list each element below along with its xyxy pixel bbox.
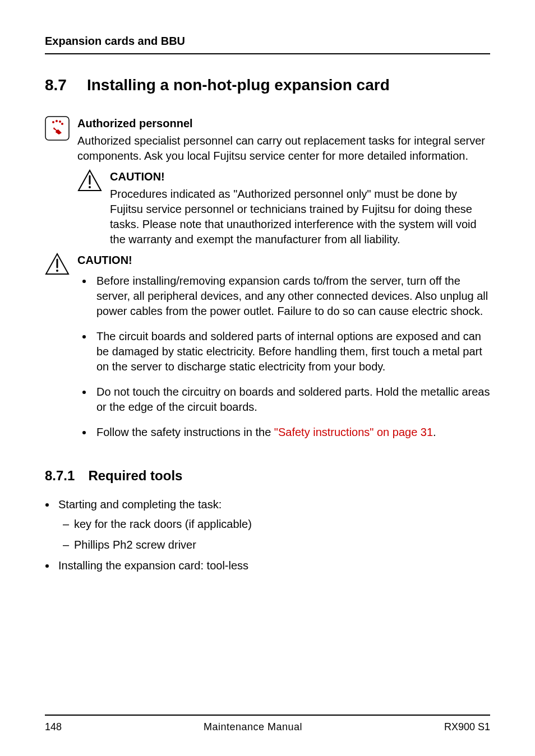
authorized-label: Authorized personnel	[77, 116, 490, 131]
list-item: Follow the safety instructions in the "S…	[93, 425, 490, 440]
list-item: Before installing/removing expansion car…	[93, 273, 490, 319]
footer: 148 Maintenance Manual RX900 S1	[45, 715, 490, 734]
section-number: 8.7	[45, 75, 67, 96]
list-item-suffix: .	[433, 426, 436, 438]
safety-link[interactable]: "Safety instructions" on page 31	[274, 426, 433, 438]
list-item: The circuit boards and soldered parts of…	[93, 329, 490, 374]
subsection-heading: 8.7.1 Required tools	[45, 467, 490, 485]
authorized-note: Authorized personnel Authorized speciali…	[45, 116, 490, 164]
svg-point-2	[56, 120, 58, 122]
tools-sublist: key for the rack doors (if applicable) P…	[58, 517, 490, 553]
authorized-body: Authorized specialist personnel can carr…	[77, 133, 490, 164]
svg-point-7	[89, 186, 91, 188]
svg-point-3	[59, 120, 61, 123]
caution-outer: CAUTION! Before installing/removing expa…	[45, 253, 490, 450]
list-item-prefix: Follow the safety instructions in the	[96, 426, 274, 438]
footer-center: Maintenance Manual	[204, 720, 302, 734]
caution-list: Before installing/removing expansion car…	[77, 273, 490, 440]
svg-point-10	[56, 270, 58, 272]
page-number: 148	[45, 720, 62, 734]
footer-right: RX900 S1	[444, 720, 490, 734]
list-item: Installing the expansion card: tool-less	[56, 558, 490, 573]
caution-icon	[45, 253, 70, 450]
list-item: Do not touch the circuitry on boards and…	[93, 384, 490, 415]
hand-icon	[45, 116, 70, 164]
caution-outer-label: CAUTION!	[77, 253, 490, 268]
running-head: Expansion cards and BBU	[45, 34, 490, 54]
tools-list: Starting and completing the task: key fo…	[45, 497, 490, 573]
subsection-number: 8.7.1	[45, 467, 75, 485]
caution-icon	[77, 169, 102, 192]
list-item: Starting and completing the task: key fo…	[56, 497, 490, 553]
section-heading: 8.7 Installing a non-hot-plug expansion …	[45, 75, 490, 96]
caution-inner: CAUTION! Procedures indicated as "Author…	[77, 169, 490, 247]
list-item: Phillips Ph2 screw driver	[74, 537, 490, 553]
subsection-title: Required tools	[88, 467, 182, 485]
caution-inner-label: CAUTION!	[110, 169, 490, 184]
tools-item-1: Starting and completing the task:	[58, 498, 222, 511]
svg-point-4	[61, 123, 63, 125]
caution-inner-body: Procedures indicated as "Authorized pers…	[110, 187, 490, 247]
list-item: key for the rack doors (if applicable)	[74, 517, 490, 532]
section-title: Installing a non-hot-plug expansion card	[87, 75, 490, 96]
svg-point-1	[52, 121, 54, 123]
